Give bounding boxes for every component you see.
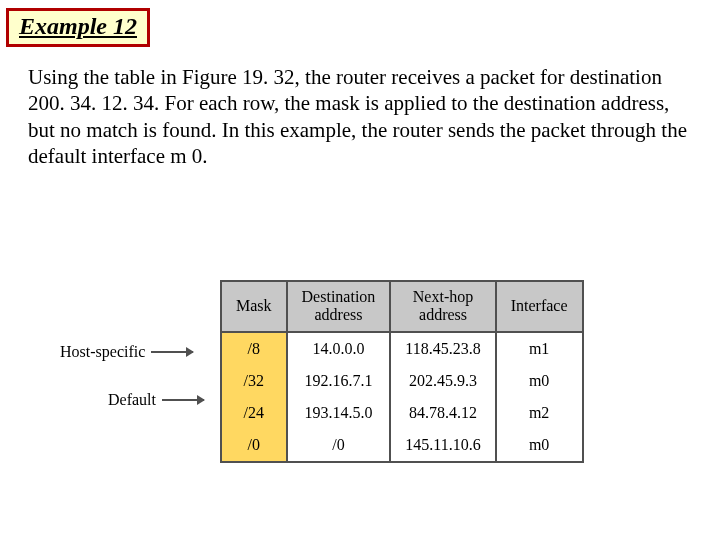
arrow-icon [151,351,193,353]
routing-table-figure: Host-specific Default Mask Destination a… [60,280,680,460]
label-default: Default [108,388,204,412]
example-paragraph: Using the table in Figure 19. 32, the ro… [28,64,688,169]
cell-dest: 192.16.7.1 [287,365,391,397]
table-header-row: Mask Destination address Next-hop addres… [221,281,583,332]
cell-iface: m2 [496,397,583,429]
cell-nexthop: 118.45.23.8 [390,332,495,365]
cell-dest: 193.14.5.0 [287,397,391,429]
label-host-specific: Host-specific [60,340,204,364]
example-title: Example 12 [19,13,137,39]
cell-iface: m0 [496,365,583,397]
col-mask: Mask [221,281,287,332]
cell-iface: m1 [496,332,583,365]
label-host-specific-text: Host-specific [60,343,145,361]
cell-dest: 14.0.0.0 [287,332,391,365]
table-row: /32 192.16.7.1 202.45.9.3 m0 [221,365,583,397]
cell-mask: /24 [221,397,287,429]
arrow-icon [162,399,204,401]
cell-nexthop: 202.45.9.3 [390,365,495,397]
cell-nexthop: 145.11.10.6 [390,429,495,462]
col-dest: Destination address [287,281,391,332]
cell-nexthop: 84.78.4.12 [390,397,495,429]
example-title-box: Example 12 [6,8,150,47]
cell-mask: /0 [221,429,287,462]
cell-mask: /32 [221,365,287,397]
table-row: /24 193.14.5.0 84.78.4.12 m2 [221,397,583,429]
routing-table: Mask Destination address Next-hop addres… [220,280,584,463]
cell-dest: /0 [287,429,391,462]
label-default-text: Default [108,391,156,409]
row-annotations: Host-specific Default [60,340,204,412]
cell-mask: /8 [221,332,287,365]
table-row: /8 14.0.0.0 118.45.23.8 m1 [221,332,583,365]
col-nexthop: Next-hop address [390,281,495,332]
spacer [60,364,204,388]
cell-iface: m0 [496,429,583,462]
table-row: /0 /0 145.11.10.6 m0 [221,429,583,462]
col-iface: Interface [496,281,583,332]
